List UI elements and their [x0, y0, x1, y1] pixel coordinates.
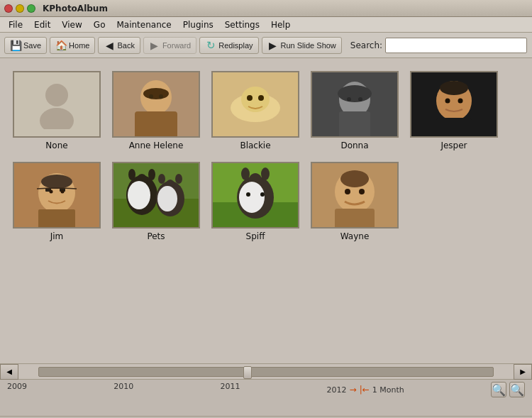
svg-point-39 — [148, 169, 155, 180]
list-item[interactable]: Jim — [10, 159, 104, 244]
zoom-in-button[interactable]: 🔍 — [509, 382, 525, 397]
run-slide-show-button[interactable]: ▶ Run Slide Show — [262, 37, 342, 54]
menu-go[interactable]: Go — [88, 18, 111, 31]
forward-button[interactable]: ▶ Forward — [143, 37, 196, 54]
wayne-photo — [312, 163, 397, 227]
svg-point-40 — [128, 181, 150, 209]
timeline-scroll: ◀ ▶ — [0, 364, 532, 380]
menu-file[interactable]: File — [3, 18, 28, 31]
svg-point-45 — [157, 186, 177, 211]
svg-point-54 — [260, 192, 265, 197]
svg-point-23 — [445, 99, 450, 104]
window-title: KPhotoAlbum — [43, 4, 108, 13]
back-label: Back — [117, 41, 134, 50]
svg-point-11 — [247, 95, 253, 101]
main-content: None Anne Helene — [0, 58, 532, 363]
photo-label: Jim — [50, 231, 64, 241]
list-item[interactable]: Pets — [109, 159, 203, 244]
photo-thumbnail — [311, 162, 399, 229]
svg-point-38 — [128, 169, 135, 180]
year-label-2012: 2012 — [327, 385, 347, 395]
photo-label: Pets — [147, 231, 165, 241]
donna-photo — [312, 72, 397, 136]
back-button[interactable]: ◀ Back — [98, 37, 140, 54]
menu-maintenance[interactable]: Maintenance — [111, 18, 177, 31]
svg-point-58 — [345, 189, 350, 194]
svg-point-22 — [440, 81, 468, 95]
save-button[interactable]: 💾 Save — [4, 37, 47, 54]
menu-view[interactable]: View — [56, 18, 87, 31]
svg-point-17 — [347, 97, 351, 101]
zoom-out-button[interactable]: 🔍 — [491, 382, 506, 397]
svg-point-12 — [258, 95, 264, 101]
scroll-right-button[interactable]: ▶ — [514, 364, 532, 380]
forward-icon: ▶ — [149, 40, 160, 51]
spiff-illustration — [213, 163, 298, 227]
list-item[interactable]: Donna — [308, 68, 401, 153]
jim-illustration — [14, 163, 99, 227]
svg-rect-25 — [436, 118, 472, 136]
svg-point-51 — [261, 167, 270, 180]
menu-plugins[interactable]: Plugins — [177, 18, 219, 31]
maximize-window-button[interactable] — [27, 4, 35, 13]
svg-point-24 — [458, 99, 463, 104]
svg-point-59 — [359, 189, 365, 194]
svg-point-44 — [175, 174, 182, 184]
svg-point-16 — [338, 85, 372, 102]
list-item[interactable]: Jesper — [407, 68, 501, 153]
redisplay-button[interactable]: ↻ Redisplay — [199, 37, 258, 54]
wayne-illustration — [312, 163, 397, 227]
svg-point-43 — [158, 174, 165, 184]
menu-settings[interactable]: Settings — [219, 18, 265, 31]
jim-photo — [14, 163, 99, 227]
photo-thumbnail — [211, 162, 299, 229]
svg-point-57 — [340, 170, 369, 187]
list-item[interactable]: Blackie — [209, 68, 302, 153]
person-icon — [32, 79, 82, 129]
svg-point-28 — [41, 175, 72, 189]
timeline-labels: 2009 2010 2011 2012 → |← 1 Month 🔍 🔍 — [0, 380, 532, 397]
close-window-button[interactable] — [4, 4, 13, 13]
save-icon: 💾 — [10, 40, 21, 51]
list-item[interactable]: Wayne — [308, 159, 401, 244]
svg-point-32 — [61, 190, 65, 194]
menu-help[interactable]: Help — [265, 18, 296, 31]
titlebar: KPhotoAlbum — [0, 0, 532, 17]
donna-illustration — [312, 72, 397, 136]
svg-rect-19 — [339, 111, 370, 136]
timeline-thumb[interactable] — [243, 366, 252, 379]
list-item[interactable]: Spiff — [209, 159, 302, 244]
list-item[interactable]: Anne Helene — [109, 68, 203, 153]
photo-thumbnail — [112, 71, 200, 138]
photo-label: Donna — [340, 141, 368, 150]
jesper-illustration — [411, 72, 497, 136]
scroll-left-button[interactable]: ◀ — [0, 364, 18, 380]
pets-illustration — [113, 163, 199, 227]
blackie-illustration — [213, 72, 298, 136]
minimize-window-button[interactable] — [16, 4, 24, 13]
photo-label: Anne Helene — [129, 141, 184, 150]
timeline-track[interactable] — [38, 367, 494, 377]
svg-point-6 — [149, 94, 153, 99]
menu-edit[interactable]: Edit — [28, 18, 56, 31]
svg-rect-33 — [38, 209, 75, 227]
home-button[interactable]: 🏠 Home — [50, 37, 95, 54]
month-indicator: 1 Month — [372, 385, 404, 395]
back-icon: ◀ — [104, 40, 115, 51]
anne-helene-illustration — [113, 72, 199, 136]
photo-label: Blackie — [240, 141, 270, 150]
person-icon-container — [14, 72, 99, 136]
photo-label: Jesper — [440, 141, 467, 150]
list-item[interactable]: None — [10, 68, 104, 153]
photo-thumbnail — [13, 71, 101, 138]
year-label-2009: 2009 — [7, 382, 27, 397]
search-input[interactable] — [385, 38, 527, 53]
svg-rect-4 — [135, 111, 177, 136]
anne-helene-photo — [113, 72, 199, 136]
photo-thumbnail — [112, 162, 200, 229]
arrow-right-icon: → — [350, 385, 357, 395]
save-label: Save — [23, 41, 41, 50]
home-icon: 🏠 — [55, 40, 67, 51]
photo-thumbnail — [211, 71, 299, 138]
svg-point-31 — [50, 190, 53, 194]
